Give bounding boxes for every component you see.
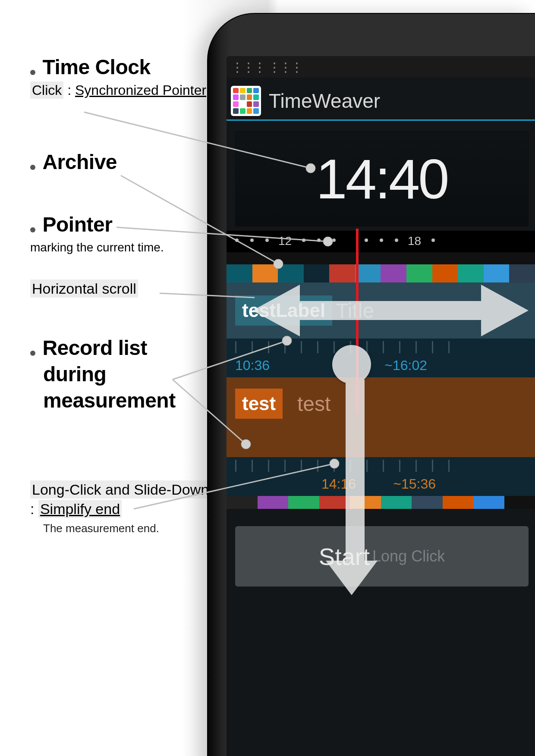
start-button[interactable]: Start Long Click [235,526,529,587]
bullet-icon [30,165,35,170]
callout-slide-down: Long-Click and Slide-Down : Simplify end… [30,481,216,535]
callout-time-clock: Time Clock Click : Synchronized Pointer [30,55,216,98]
callout-column: Time Clock Click : Synchronized Pointer … [30,55,216,535]
bullet-icon [30,70,35,75]
record-row-2-header: 10:36 ~16:02 [227,339,535,377]
time-end: ~16:02 [384,358,427,373]
callout-title: Archive [42,151,117,173]
callout-title-l2: during [43,362,216,386]
click-label: Click [30,82,63,99]
callout-title-l3: measurement [43,389,216,412]
clock-display[interactable]: 14:40 [235,132,529,226]
app-logo-icon [231,86,261,116]
app-name: TimeWeaver [269,89,380,113]
status-icon: ⋮⋮⋮ [268,60,302,75]
slide-note: The measurement end. [43,522,216,535]
record-row-2[interactable]: test test [227,377,535,457]
status-icon: ⋮⋮⋮ [231,60,264,75]
click-desc: Synchronized Pointer [75,82,206,98]
callout-title-l1: Record list [42,336,147,359]
time-ruler[interactable]: 12 18 [227,231,535,252]
app-header: TimeWeaver [227,82,535,121]
slide-effect: Simplify end [38,500,122,518]
callout-archive: Archive [30,150,216,174]
color-bar [227,496,535,509]
status-bar: ⋮⋮⋮ ⋮⋮⋮ [227,56,535,78]
archive-strip[interactable] [227,252,535,282]
annotated-screenshot: Time Clock Click : Synchronized Pointer … [0,0,535,756]
clock-time: 14:40 [316,147,447,211]
record-title: test [297,392,330,416]
bullet-icon [30,351,35,356]
horizontal-scroll-arrows-icon [252,280,529,341]
ruler-label: 18 [408,234,421,248]
time-start: 10:36 [235,358,270,373]
time-end: ~15:36 [393,476,436,492]
callout-desc: marking the current time. [30,241,216,254]
record-badge: test [235,389,283,419]
slide-down-arrow-icon [332,345,378,595]
callout-subline: Click : Synchronized Pointer [30,82,216,98]
callout-record-list: Record list during measurement [30,336,216,412]
callout-pointer: Pointer marking the current time. [30,213,216,254]
bullet-icon [30,227,35,232]
slide-action: Long-Click and Slide-Down [30,480,211,499]
record-row-3-header: 14:16 ~15:36 [227,457,535,496]
phone-screen: ⋮⋮⋮ ⋮⋮⋮ TimeWeaver 14:40 12 18 [227,56,535,756]
callout-title: Pointer [42,213,112,236]
svg-marker-0 [252,285,529,336]
hscroll-label: Horizontal scroll [30,279,138,298]
callout-hscroll: Horizontal scroll [30,280,216,297]
start-hint: Long Click [372,547,445,565]
ruler-label: 12 [278,234,292,248]
callout-title: Time Clock [42,56,150,78]
